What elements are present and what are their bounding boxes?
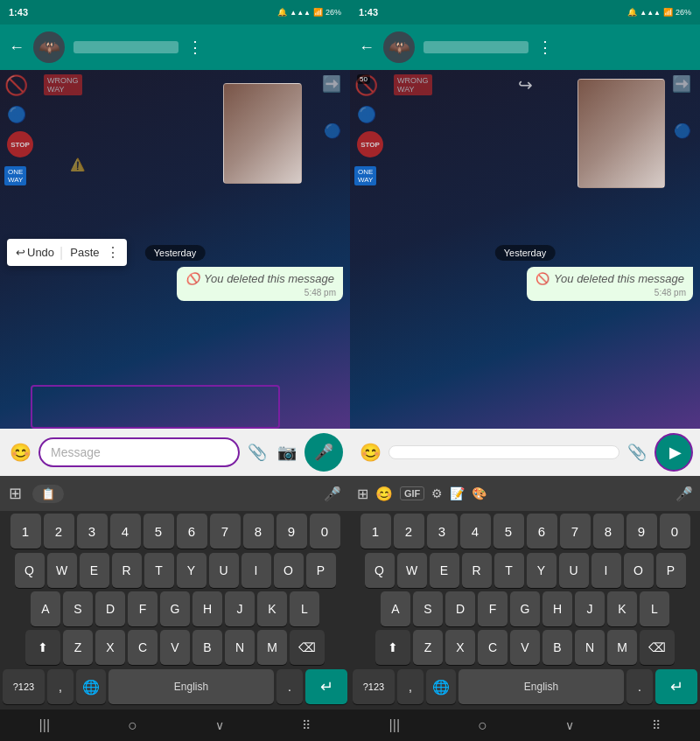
paste-button[interactable]: Paste bbox=[66, 242, 102, 262]
key-t[interactable]: T bbox=[144, 553, 174, 588]
kb-emoji-icon-2[interactable]: 😊 bbox=[375, 486, 393, 502]
key-h[interactable]: H bbox=[192, 591, 222, 626]
key-e[interactable]: E bbox=[80, 553, 109, 588]
kb-clipboard-btn[interactable]: 📋 bbox=[32, 485, 64, 503]
key2-q[interactable]: Q bbox=[365, 553, 395, 588]
nav-home-2[interactable]: ○ bbox=[465, 712, 500, 739]
key2-b[interactable]: B bbox=[542, 630, 572, 665]
nav-home-1[interactable]: ○ bbox=[115, 712, 150, 739]
key-u[interactable]: U bbox=[209, 553, 239, 588]
key-shift-1[interactable]: ⬆ bbox=[25, 630, 60, 665]
nav-grid-2[interactable]: ⠿ bbox=[639, 714, 674, 737]
context-more-button[interactable]: ⋮ bbox=[106, 244, 120, 261]
key2-6[interactable]: 6 bbox=[527, 514, 557, 549]
key-space-1[interactable]: English bbox=[108, 669, 274, 704]
attach-button-1[interactable]: 📎 bbox=[245, 440, 270, 465]
key-p[interactable]: P bbox=[306, 553, 336, 588]
key-enter-1[interactable]: ↵ bbox=[305, 669, 347, 704]
attach-button-2[interactable]: 📎 bbox=[625, 440, 649, 465]
mic-button-1[interactable]: 🎤 bbox=[304, 433, 343, 472]
key-3[interactable]: 3 bbox=[77, 514, 108, 549]
key-6[interactable]: 6 bbox=[177, 514, 207, 549]
key-k[interactable]: K bbox=[257, 591, 287, 626]
key-4[interactable]: 4 bbox=[110, 514, 141, 549]
key-period-1[interactable]: . bbox=[276, 669, 303, 704]
key-l[interactable]: L bbox=[290, 591, 319, 626]
key2-d[interactable]: D bbox=[445, 591, 475, 626]
key2-0[interactable]: 0 bbox=[660, 514, 690, 549]
key-9[interactable]: 9 bbox=[276, 514, 307, 549]
key2-x[interactable]: X bbox=[445, 630, 475, 665]
kb-apps-icon-2[interactable]: ⊞ bbox=[357, 486, 368, 502]
key2-enter[interactable]: ↵ bbox=[655, 669, 697, 704]
key2-j[interactable]: J bbox=[575, 591, 605, 626]
key2-glob[interactable]: 🌐 bbox=[426, 669, 456, 704]
key2-u[interactable]: U bbox=[559, 553, 589, 588]
more-button-1[interactable]: ⋮ bbox=[187, 38, 203, 57]
key2-e[interactable]: E bbox=[430, 553, 459, 588]
key-backspace-1[interactable]: ⌫ bbox=[290, 630, 325, 665]
key-glob-1[interactable]: 🌐 bbox=[76, 669, 106, 704]
key2-i[interactable]: I bbox=[592, 553, 621, 588]
key2-t[interactable]: T bbox=[494, 553, 524, 588]
kb-gif-btn[interactable]: GIF bbox=[400, 486, 424, 500]
back-button-2[interactable]: ← bbox=[359, 38, 374, 57]
key-special-1[interactable]: ?123 bbox=[3, 669, 45, 704]
key2-space[interactable]: English bbox=[458, 669, 624, 704]
key2-m[interactable]: M bbox=[607, 630, 637, 665]
nav-recent-1[interactable]: ∨ bbox=[202, 714, 237, 737]
key2-7[interactable]: 7 bbox=[560, 514, 591, 549]
emoji-button-2[interactable]: 😊 bbox=[357, 439, 383, 465]
kb-mic-toolbar-2[interactable]: 🎤 bbox=[676, 486, 693, 502]
key-y[interactable]: Y bbox=[177, 553, 206, 588]
key2-r[interactable]: R bbox=[462, 553, 492, 588]
camera-button-1[interactable]: 📷 bbox=[275, 440, 299, 465]
key2-period[interactable]: . bbox=[626, 669, 653, 704]
emoji-button-1[interactable]: 😊 bbox=[7, 439, 33, 465]
kb-text-icon[interactable]: 📝 bbox=[450, 486, 465, 500]
key-d[interactable]: D bbox=[95, 591, 125, 626]
message-input-2[interactable] bbox=[388, 445, 620, 459]
key2-backspace[interactable]: ⌫ bbox=[640, 630, 675, 665]
key2-comma[interactable]: , bbox=[397, 669, 424, 704]
key-w[interactable]: W bbox=[47, 553, 77, 588]
key2-l[interactable]: L bbox=[640, 591, 669, 626]
nav-grid-1[interactable]: ⠿ bbox=[289, 714, 324, 737]
key-c[interactable]: C bbox=[128, 630, 158, 665]
key2-special[interactable]: ?123 bbox=[353, 669, 395, 704]
kb-apps-icon[interactable]: ⊞ bbox=[9, 484, 22, 503]
send-button-2[interactable]: ▶ bbox=[654, 433, 693, 472]
key2-g[interactable]: G bbox=[510, 591, 540, 626]
message-input-1[interactable]: Message bbox=[38, 437, 240, 467]
key-r[interactable]: R bbox=[112, 553, 142, 588]
key2-f[interactable]: F bbox=[478, 591, 508, 626]
key-a[interactable]: A bbox=[31, 591, 60, 626]
key-g[interactable]: G bbox=[160, 591, 190, 626]
key2-z[interactable]: Z bbox=[413, 630, 443, 665]
key2-v[interactable]: V bbox=[510, 630, 540, 665]
key2-w[interactable]: W bbox=[397, 553, 427, 588]
kb-mic-toolbar[interactable]: 🎤 bbox=[324, 486, 341, 502]
kb-settings-icon[interactable]: ⚙ bbox=[431, 486, 443, 500]
key2-3[interactable]: 3 bbox=[427, 514, 458, 549]
key-m[interactable]: M bbox=[257, 630, 287, 665]
key-n[interactable]: N bbox=[225, 630, 255, 665]
key-q[interactable]: Q bbox=[15, 553, 45, 588]
key2-8[interactable]: 8 bbox=[593, 514, 624, 549]
key-v[interactable]: V bbox=[160, 630, 190, 665]
key2-2[interactable]: 2 bbox=[394, 514, 424, 549]
key2-9[interactable]: 9 bbox=[626, 514, 657, 549]
back-button-1[interactable]: ← bbox=[9, 38, 24, 57]
key-s[interactable]: S bbox=[63, 591, 93, 626]
key2-n[interactable]: N bbox=[575, 630, 605, 665]
key2-a[interactable]: A bbox=[381, 591, 410, 626]
key-o[interactable]: O bbox=[274, 553, 304, 588]
nav-back-1[interactable]: ||| bbox=[26, 713, 63, 738]
undo-button[interactable]: ↩ Undo bbox=[14, 242, 56, 262]
key-0[interactable]: 0 bbox=[310, 514, 340, 549]
key-7[interactable]: 7 bbox=[210, 514, 241, 549]
more-button-2[interactable]: ⋮ bbox=[537, 38, 553, 57]
key-i[interactable]: I bbox=[242, 553, 271, 588]
nav-recent-2[interactable]: ∨ bbox=[552, 714, 587, 737]
key2-4[interactable]: 4 bbox=[460, 514, 491, 549]
